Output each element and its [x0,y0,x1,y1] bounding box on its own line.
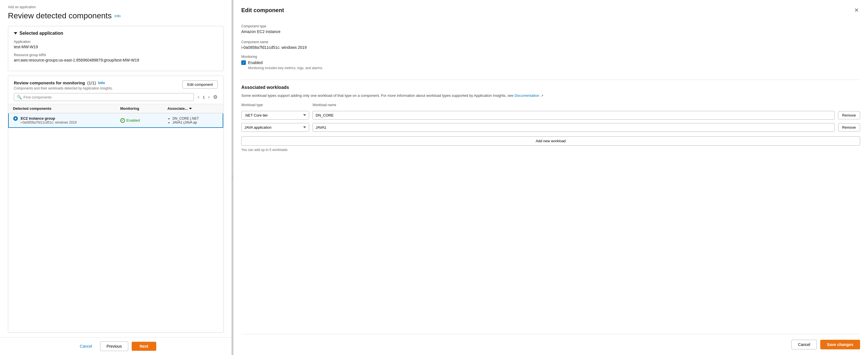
workload-name-col-label: Workload name [312,103,831,107]
settings-icon[interactable]: ⚙ [213,94,218,100]
table-row[interactable]: EC2 instance group i-0a0858a7fd11cd51c: … [8,113,223,128]
drawer-bottom-bar: Cancel Save changes [241,334,860,349]
left-panel-header: Add an application Review detected compo… [0,0,231,26]
monitoring-desc: Monitoring includes key metrics, logs, a… [248,66,860,70]
documentation-link[interactable]: Documentation [515,94,539,98]
monitoring-checkbox-row: ✓ Enabled [241,60,860,65]
next-page-button[interactable]: › [207,94,211,101]
page-info-link[interactable]: Info [115,14,121,18]
workload-name-input-2[interactable] [312,123,835,132]
review-section: Review components for monitoring (1/1) I… [8,76,223,333]
drawer-title: Edit component [241,7,284,13]
col-header-associate: Associate... [163,104,223,113]
col-header-component: Detected components [8,104,116,113]
edit-component-button[interactable]: Edit component [183,80,218,88]
page-title-text: Review detected components [8,11,112,20]
check-circle-icon: ✓ [120,118,125,123]
app-value: test-MW-W19 [14,45,218,49]
assoc-workloads-title: Associated workloads [241,85,860,90]
prev-page-button[interactable]: ‹ [197,94,200,101]
workload-type-select-1[interactable]: .NET Core tier [241,111,309,120]
associate-chevron-icon [189,108,192,109]
search-input[interactable] [24,95,191,99]
bottom-bar: Cancel Previous Next [0,337,231,355]
drawer-header: Edit component ✕ [241,6,860,15]
row-radio[interactable] [13,116,18,121]
monitoring-section: Monitoring ✓ Enabled Monitoring includes… [241,55,860,70]
drawer-cancel-button[interactable]: Cancel [792,340,817,349]
col-header-monitoring: Monitoring [116,104,163,113]
component-type-label: Component type [241,24,860,28]
remove-workload-1-button[interactable]: Remove [838,111,860,119]
app-label: Application [14,40,218,44]
component-type: EC2 instance group [21,116,76,120]
component-name-label: Component name [241,40,860,44]
review-subtitle: Components and their workloads detected … [14,86,113,90]
previous-button[interactable]: Previous [100,342,128,351]
workload-list: DN_CORE (.NET JAVA1 (JAVA ap [167,116,218,125]
workload-row-1: .NET Core tier Remove [241,111,860,120]
remove-workload-2-button[interactable]: Remove [838,123,860,132]
arn-value: arn:aws:resource-groups:us-east-1:856960… [14,58,218,62]
component-type-value: Amazon EC2 instance [241,29,860,34]
arn-label: Resource group ARN [14,53,218,57]
collapse-icon[interactable] [14,32,17,34]
save-changes-button[interactable]: Save changes [820,340,860,349]
add-app-label: Add an application [8,5,223,9]
selected-application-section: Selected application Application test-MW… [8,26,223,71]
next-button[interactable]: Next [132,342,156,351]
review-info-link[interactable]: Info [98,81,105,85]
search-box: 🔍 [14,93,194,101]
review-header: Review components for monitoring (1/1) I… [8,76,223,93]
component-name-value: i-0a0858a7fd11cd51c: windows 2019 [241,45,860,50]
workload-type-col-label: Workload type [241,103,309,107]
workload-name-input-1[interactable] [312,111,835,120]
workload-column-headers: Workload type Workload name [241,103,860,109]
components-table: Detected components Monitoring Associate… [8,104,223,128]
page-title: Review detected components Info [8,11,223,20]
add-workload-button[interactable]: Add new workload [241,136,860,146]
close-button[interactable]: ✕ [853,6,860,15]
review-title: Review components for monitoring (1/1) I… [14,80,113,85]
assoc-desc: Some workload types support adding only … [241,93,860,99]
search-icon: 🔍 [17,95,22,99]
monitoring-checkbox[interactable]: ✓ [241,60,246,65]
component-cell: EC2 instance group i-0a0858a7fd11cd51c: … [8,113,116,128]
monitoring-cell: ✓ Enabled [116,113,163,128]
selected-application-title: Selected application [14,31,218,36]
search-row: 🔍 ‹ 1 › ⚙ [8,93,223,104]
monitoring-status: ✓ Enabled [120,118,158,123]
page-number: 1 [203,95,205,99]
component-instance: i-0a0858a7fd11cd51c: windows 2019 [21,120,76,125]
left-panel: Add an application Review detected compo… [0,0,232,355]
monitoring-label: Monitoring [241,55,860,59]
workload-type-select-2[interactable]: JAVA application [241,123,309,132]
workload-limit-text: You can add up to 5 workloads [241,148,860,152]
workload-item: DN_CORE (.NET [173,116,218,120]
external-link-icon: ↗ [541,94,544,97]
section-divider [241,79,860,80]
pagination-controls: ‹ 1 › ⚙ [197,94,218,101]
cancel-button[interactable]: Cancel [75,342,97,351]
edit-component-panel: Edit component ✕ Component type Amazon E… [234,0,868,355]
associate-cell: DN_CORE (.NET JAVA1 (JAVA ap [163,113,223,128]
monitoring-enabled-label: Enabled [248,60,262,65]
workload-row-2: JAVA application Remove [241,123,860,132]
workload-item: JAVA1 (JAVA ap [173,120,218,125]
review-title-block: Review components for monitoring (1/1) I… [14,80,113,90]
